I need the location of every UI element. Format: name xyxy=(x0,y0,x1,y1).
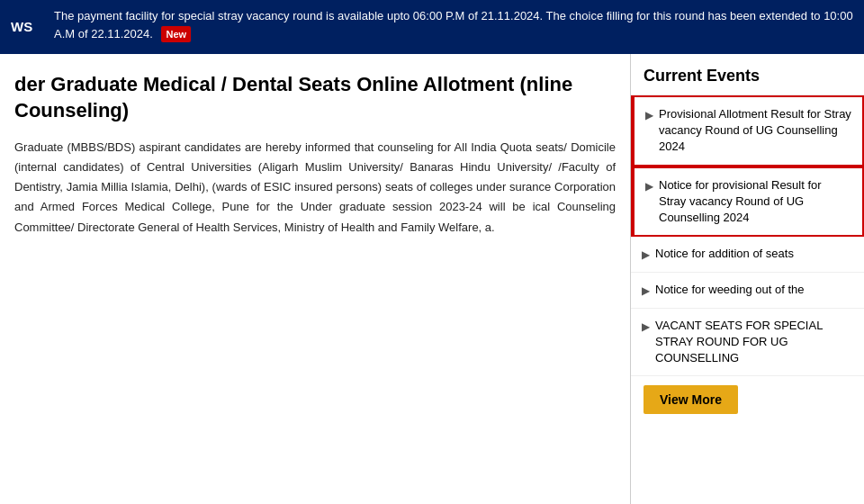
event-item-2[interactable]: ▶Notice for addition of seats xyxy=(631,237,864,273)
left-section: der Graduate Medical / Dental Seats Onli… xyxy=(0,54,630,504)
main-content: der Graduate Medical / Dental Seats Onli… xyxy=(0,54,864,504)
event-item-4[interactable]: ▶VACANT SEATS FOR SPECIAL STRAY ROUND FO… xyxy=(631,309,864,377)
events-list: ▶Provisional Allotment Result for Stray … xyxy=(631,95,864,376)
right-section: Current Events ▶Provisional Allotment Re… xyxy=(630,54,864,504)
event-item-0[interactable]: ▶Provisional Allotment Result for Stray … xyxy=(631,95,864,166)
event-bullet-2: ▶ xyxy=(642,248,650,263)
description-text: Graduate (MBBS/BDS) aspirant candidates … xyxy=(14,138,616,237)
event-bullet-3: ▶ xyxy=(642,284,650,299)
event-bullet-0: ▶ xyxy=(645,108,653,123)
event-bullet-4: ▶ xyxy=(642,320,650,335)
event-text-2: Notice for addition of seats xyxy=(655,246,853,262)
event-text-3: Notice for weeding out of the xyxy=(655,282,853,298)
view-more-button[interactable]: View More xyxy=(644,385,738,414)
event-bullet-1: ▶ xyxy=(645,179,653,194)
event-item-3[interactable]: ▶Notice for weeding out of the xyxy=(631,273,864,309)
page-title: der Graduate Medical / Dental Seats Onli… xyxy=(14,72,616,123)
news-banner: WS The payment facility for special stra… xyxy=(0,0,864,54)
current-events-header: Current Events xyxy=(631,54,864,95)
news-label: WS xyxy=(11,17,32,38)
event-text-1: Notice for provisional Result for Stray … xyxy=(659,177,851,227)
event-item-1[interactable]: ▶Notice for provisional Result for Stray… xyxy=(631,166,864,238)
new-badge: New xyxy=(161,26,191,43)
event-text-4: VACANT SEATS FOR SPECIAL STRAY ROUND FOR… xyxy=(655,318,853,367)
event-text-0: Provisional Allotment Result for Stray v… xyxy=(659,106,851,156)
